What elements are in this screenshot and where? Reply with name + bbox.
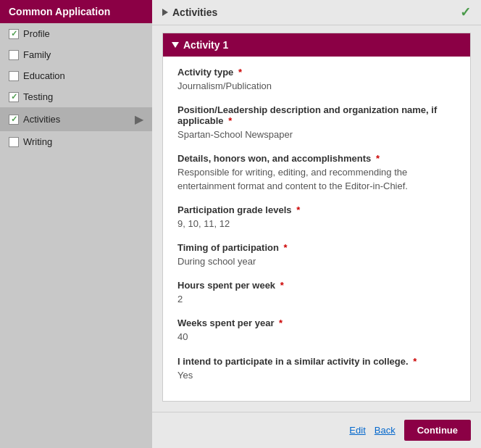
field-group-details-honors: Details, honors won, and accomplishments… (177, 153, 456, 192)
activity-1-body: Activity type *Journalism/PublicationPos… (163, 57, 470, 401)
sidebar-item-profile[interactable]: ✓Profile (0, 23, 152, 44)
field-value-position-leadership: Spartan-School Newspaper (177, 128, 456, 141)
field-label-hours-per-week: Hours spent per week * (177, 280, 456, 291)
field-group-activity-type: Activity type *Journalism/Publication (177, 67, 456, 93)
activity-1-section: Activity 1 Activity type *Journalism/Pub… (162, 33, 471, 402)
field-value-activity-type: Journalism/Publication (177, 80, 456, 93)
bottom-bar: Edit Back Continue (152, 412, 481, 448)
field-label-weeks-per-year: Weeks spent per year * (177, 318, 456, 328)
required-marker-position-leadership: * (226, 115, 233, 126)
sidebar-title: Common Application (9, 6, 110, 17)
content-area: Activity 1 Activity type *Journalism/Pub… (152, 25, 481, 412)
check-mark-profile: ✓ (11, 29, 17, 38)
field-group-weeks-per-year: Weeks spent per year *40 (177, 318, 456, 344)
field-value-intend-participate: Yes (177, 369, 456, 382)
field-group-participation-grade: Participation grade levels *9, 10, 11, 1… (177, 204, 456, 231)
sidebar: Common Application ✓ProfileFamilyEducati… (0, 0, 152, 448)
sidebar-label-education: Education (23, 70, 65, 81)
check-mark-testing: ✓ (11, 92, 17, 101)
field-group-position-leadership: Position/Leadership description and orga… (177, 104, 456, 141)
sidebar-item-activities[interactable]: ✓Activities▶ (0, 107, 152, 131)
sidebar-item-writing[interactable]: Writing (0, 131, 152, 152)
activities-collapse-icon[interactable] (162, 9, 168, 16)
required-marker-hours-per-week: * (277, 280, 284, 291)
sidebar-label-activities: Activities (23, 114, 60, 125)
field-label-timing: Timing of participation * (177, 242, 456, 253)
required-marker-weeks-per-year: * (276, 318, 283, 328)
edit-button[interactable]: Edit (349, 425, 365, 436)
sidebar-label-testing: Testing (23, 91, 53, 102)
field-value-hours-per-week: 2 (177, 293, 456, 306)
activities-header-bar: Activities ✓ (152, 0, 481, 25)
activities-header-title: Activities (172, 7, 217, 18)
field-label-position-leadership: Position/Leadership description and orga… (177, 104, 456, 126)
sidebar-item-family[interactable]: Family (0, 44, 152, 65)
checkbox-profile: ✓ (9, 29, 19, 39)
sidebar-items-list: ✓ProfileFamilyEducation✓Testing✓Activiti… (0, 23, 152, 152)
field-group-timing: Timing of participation *During school y… (177, 242, 456, 268)
activities-complete-icon: ✓ (460, 4, 471, 20)
checkbox-family (9, 50, 19, 60)
field-value-participation-grade: 9, 10, 11, 12 (177, 217, 456, 231)
checkbox-education (9, 71, 19, 81)
main-content: Activities ✓ Activity 1 Activity type *J… (152, 0, 481, 448)
sidebar-header: Common Application (0, 0, 152, 23)
check-mark-activities: ✓ (11, 115, 17, 124)
field-label-activity-type: Activity type * (177, 67, 456, 78)
sidebar-label-writing: Writing (23, 136, 52, 147)
checkbox-writing (9, 137, 19, 147)
field-label-intend-participate: I intend to participate in a similar act… (177, 356, 456, 367)
checkbox-testing: ✓ (9, 92, 19, 102)
sidebar-item-education[interactable]: Education (0, 65, 152, 86)
sidebar-item-testing[interactable]: ✓Testing (0, 86, 152, 107)
sidebar-arrow-activities: ▶ (135, 112, 143, 126)
field-value-details-honors: Responsible for writing, editing, and re… (177, 166, 456, 192)
field-label-details-honors: Details, honors won, and accomplishments… (177, 153, 456, 164)
continue-button[interactable]: Continue (404, 420, 471, 441)
activity-1-title-bar[interactable]: Activity 1 (163, 33, 470, 57)
required-marker-participation-grade: * (294, 204, 301, 215)
activities-header-left: Activities (162, 7, 217, 18)
sidebar-label-profile: Profile (23, 28, 50, 39)
activity-1-title: Activity 1 (183, 39, 228, 51)
sidebar-label-family: Family (23, 49, 51, 60)
field-label-participation-grade: Participation grade levels * (177, 204, 456, 215)
activity-1-collapse-icon (172, 42, 179, 48)
required-marker-details-honors: * (373, 153, 380, 164)
required-marker-activity-type: * (235, 67, 242, 78)
back-button[interactable]: Back (375, 425, 396, 436)
checkbox-activities: ✓ (9, 115, 19, 125)
field-group-intend-participate: I intend to participate in a similar act… (177, 356, 456, 382)
required-marker-intend-participate: * (411, 356, 417, 367)
field-group-hours-per-week: Hours spent per week *2 (177, 280, 456, 306)
field-value-timing: During school year (177, 255, 456, 268)
required-marker-timing: * (281, 242, 288, 253)
field-value-weeks-per-year: 40 (177, 331, 456, 344)
